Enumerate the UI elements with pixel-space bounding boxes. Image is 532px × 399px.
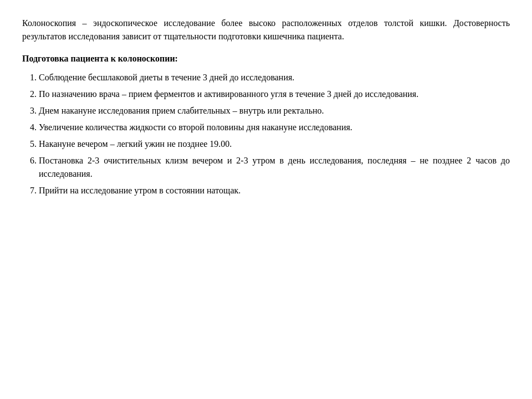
section-title: Подготовка пациента к колоноскопии: [22,52,510,65]
list-item: Прийти на исследование утром в состоянии… [39,184,510,197]
list-item: Постановка 2-3 очистительных клизм вечер… [39,154,510,181]
preparation-list: Соблюдение бесшлаковой диеты в течение 3… [22,71,510,197]
page-container: Колоноскопия – эндоскопическое исследова… [11,0,521,217]
intro-paragraph: Колоноскопия – эндоскопическое исследова… [22,17,510,43]
list-item: Увеличение количества жидкости со второй… [39,121,510,134]
list-item: По назначению врача – прием ферментов и … [39,88,510,101]
list-item: Накануне вечером – легкий ужин не поздне… [39,137,510,151]
list-item: Днем накануне исследования прием слабите… [39,104,510,117]
list-item: Соблюдение бесшлаковой диеты в течение 3… [39,71,510,84]
